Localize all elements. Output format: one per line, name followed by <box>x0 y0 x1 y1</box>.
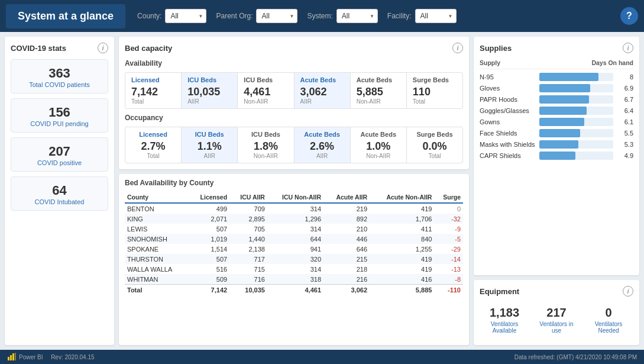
occ-icu-aiir-value: 1.1% <box>187 140 231 153</box>
avail-icu-non-value: 4,461 <box>244 86 287 98</box>
right-panel: Supplies i Supply Days On hand N-95 8 Gl… <box>474 37 639 345</box>
equip-card-0: 1,183 Ventilators Available <box>480 302 529 337</box>
covid-stats-title: COVID-19 stats <box>11 44 66 53</box>
county-select[interactable]: All <box>165 9 206 23</box>
table-row: KING 2,071 2,895 1,296 892 1,706 -32 <box>125 214 463 224</box>
cell-licensed: 507 <box>189 224 229 234</box>
refresh-text: Data refreshed: (GMT) 4/21/2020 10:49:08… <box>514 354 637 360</box>
equipment-header: Equipment i <box>480 286 633 297</box>
avail-licensed-sublabel: Total <box>131 98 175 105</box>
supply-bar <box>539 107 587 115</box>
col-county: County <box>125 192 189 203</box>
avail-surge-sublabel: Total <box>413 98 457 105</box>
supplies-title: Supplies <box>480 44 512 53</box>
avail-acute-aiir-value: 3,062 <box>300 86 344 98</box>
supply-name: CAPR Shields <box>480 152 536 159</box>
main-content: COVID-19 stats i 363 Total COVID patient… <box>0 32 644 350</box>
avail-acute-non-value: 5,885 <box>357 86 400 98</box>
cell-icu-aiir: 717 <box>229 254 267 264</box>
avail-icu-aiir-sublabel: AIIR <box>187 98 231 105</box>
cell-licensed: 1,019 <box>189 234 229 244</box>
col-licensed: Licensed <box>189 192 229 203</box>
occ-icu-aiir: ICU Beds 1.1% AIIR <box>182 127 238 163</box>
cell-acute-aiir: 646 <box>323 244 370 254</box>
app-title: System at a glance <box>6 4 125 28</box>
col-surge: Surge <box>434 192 463 203</box>
cell-surge: -9 <box>434 224 463 234</box>
supply-col-days: Days On hand <box>591 59 633 66</box>
table-row: WHITMAN 509 716 318 216 416 -8 <box>125 274 463 285</box>
supply-value: 6.1 <box>617 118 633 125</box>
cell-acute-non: 840 <box>370 234 434 244</box>
stat-label-1[interactable]: COVID PUI pending <box>15 120 104 127</box>
avail-icu-aiir-title: ICU Beds <box>187 76 231 83</box>
parent-org-label: Parent Org: <box>216 12 253 20</box>
facility-select[interactable]: All <box>415 9 457 23</box>
system-select[interactable]: All <box>336 9 378 23</box>
supply-row: Gowns 6.1 <box>480 118 633 126</box>
cell-icu-aiir: 705 <box>229 224 267 234</box>
stat-label-3[interactable]: COVID Intubated <box>15 198 104 205</box>
supplies-header: Supplies i <box>480 43 633 53</box>
table-row: LEWIS 507 705 314 210 411 -9 <box>125 224 463 234</box>
bed-capacity-info-icon[interactable]: i <box>452 43 463 53</box>
help-button[interactable]: ? <box>620 7 638 25</box>
cell-surge: 0 <box>434 203 463 214</box>
cell-acute-non: 1,706 <box>370 214 434 224</box>
cell-icu-non: 318 <box>267 274 323 285</box>
header: System at a glance County: All Parent Or… <box>0 0 644 32</box>
avail-acute-non-sublabel: Non-AIIR <box>357 98 400 105</box>
cell-county: THURSTON <box>125 254 189 264</box>
parent-org-select[interactable]: All <box>256 9 297 23</box>
cell-acute-aiir: 210 <box>323 224 370 234</box>
avail-acute-aiir-sublabel: AIIR <box>300 98 344 105</box>
cell-acute-non: 416 <box>370 274 434 285</box>
powerbi-text: Power BI <box>19 354 43 360</box>
cell-acute-aiir: 216 <box>323 274 370 285</box>
occupancy-grid: Licensed 2.7% Total ICU Beds 1.1% AIIR I… <box>125 127 463 163</box>
avail-surge-title: Surge Beds <box>413 76 457 83</box>
equip-label-2[interactable]: Ventilators Needed <box>586 321 631 334</box>
cell-acute-aiir: 892 <box>323 214 370 224</box>
stat-card-3: 64 COVID Intubated <box>11 176 108 211</box>
supply-row: PAPR Hoods 6.7 <box>480 95 633 104</box>
occ-icu-non-value: 1.8% <box>244 140 287 153</box>
supplies-info-icon[interactable]: i <box>623 43 633 53</box>
cell-acute-non: 1,255 <box>370 244 434 254</box>
avail-acute-non: Acute Beds 5,885 Non-AIIR <box>351 73 407 108</box>
cell-county: WALLA WALLA <box>125 264 189 274</box>
equipment-info-icon[interactable]: i <box>623 286 633 297</box>
supply-bar <box>539 118 584 126</box>
supply-bar-container <box>539 95 613 104</box>
cell-acute-non: 419 <box>370 203 434 214</box>
facility-select-wrapper[interactable]: All <box>415 9 457 23</box>
supply-name: Masks with Shields <box>480 141 536 148</box>
county-filter-group: County: All <box>137 9 206 23</box>
system-select-wrapper[interactable]: All <box>336 9 378 23</box>
powerbi-logo: Power BI Rev: 2020.04.15 <box>7 352 95 362</box>
supply-bar-container <box>539 152 613 160</box>
supply-bar-container <box>539 129 613 137</box>
occ-acute-non-sublabel: Non-AIIR <box>357 153 400 159</box>
supply-value: 5.5 <box>617 130 633 137</box>
cell-county: SNOHOMISH <box>125 234 189 244</box>
stat-value-3: 64 <box>15 183 104 198</box>
equip-label-1[interactable]: Ventilators in use <box>534 321 579 334</box>
occ-icu-aiir-sublabel: AIIR <box>187 153 231 159</box>
supply-col-name: Supply <box>480 59 500 66</box>
bed-capacity-panel: Bed capacity i Availability Licensed 7,1… <box>119 37 469 169</box>
stat-label-2[interactable]: COVID positive <box>15 159 104 166</box>
cell-county: Total <box>125 285 189 295</box>
bed-capacity-header: Bed capacity i <box>125 43 463 53</box>
covid-stats-info-icon[interactable]: i <box>98 43 108 53</box>
supply-name: Goggles/Glasses <box>480 107 536 114</box>
cell-surge: -5 <box>434 234 463 244</box>
stat-label-0[interactable]: Total COVID patients <box>15 81 104 88</box>
equip-label-0[interactable]: Ventilators Available <box>482 321 527 334</box>
cell-licensed: 507 <box>189 254 229 264</box>
cell-county: LEWIS <box>125 224 189 234</box>
parent-org-select-wrapper[interactable]: All <box>256 9 297 23</box>
cell-acute-aiir: 215 <box>323 254 370 264</box>
supply-name: Face Shields <box>480 130 536 137</box>
county-select-wrapper[interactable]: All <box>165 9 206 23</box>
